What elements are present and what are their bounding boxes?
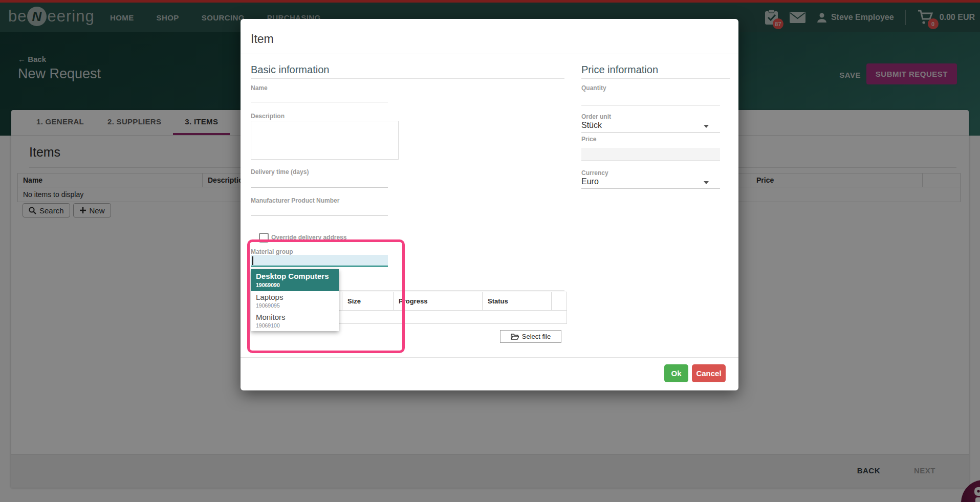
option-name: Desktop Computers <box>256 272 334 280</box>
text-caret <box>252 256 253 265</box>
currency-underline <box>581 188 720 189</box>
dropdown-option-monitors[interactable]: Monitors 19069100 <box>251 311 339 331</box>
override-delivery-label: Override delivery address <box>271 234 346 241</box>
select-file-button[interactable]: Select file <box>500 330 561 343</box>
currency-select[interactable]: Euro <box>581 177 599 186</box>
price-info-heading: Price information <box>581 64 658 76</box>
attach-col-size: Size <box>342 292 394 310</box>
option-name: Monitors <box>256 313 334 321</box>
currency-label: Currency <box>581 169 608 177</box>
basic-info-divider <box>251 78 564 79</box>
order-unit-caret-icon <box>704 125 709 128</box>
description-textarea[interactable] <box>251 121 399 160</box>
material-group-dropdown: Desktop Computers 19069090 Laptops 19069… <box>251 269 339 331</box>
attach-col-extra <box>552 292 567 310</box>
quantity-label: Quantity <box>581 84 606 92</box>
mpn-label: Manufacturer Product Number <box>251 197 339 204</box>
mpn-input[interactable] <box>251 215 388 216</box>
folder-open-icon <box>511 333 519 340</box>
price-info-divider <box>581 78 730 79</box>
order-unit-label: Order unit <box>581 113 611 120</box>
override-delivery-checkbox[interactable] <box>259 233 269 243</box>
basic-info-heading: Basic information <box>251 64 329 76</box>
cancel-button[interactable]: Cancel <box>692 364 726 382</box>
select-file-label: Select file <box>522 333 551 340</box>
name-input[interactable] <box>251 102 388 102</box>
currency-caret-icon <box>704 181 709 184</box>
quantity-input[interactable] <box>581 105 720 105</box>
description-label: Description <box>251 113 285 120</box>
order-unit-select[interactable]: Stück <box>581 121 602 130</box>
price-label: Price <box>581 136 596 143</box>
item-modal: Item Basic information Name Description … <box>241 19 738 390</box>
material-group-input[interactable] <box>251 255 388 267</box>
option-code: 19069100 <box>256 322 334 329</box>
option-name: Laptops <box>256 293 334 301</box>
dropdown-option-desktop-computers[interactable]: Desktop Computers 19069090 <box>251 269 339 291</box>
attach-col-progress: Progress <box>394 292 483 310</box>
attach-col-status: Status <box>483 292 552 310</box>
material-group-label: Material group <box>251 248 293 255</box>
modal-title: Item <box>251 32 274 46</box>
option-code: 19069095 <box>256 302 334 309</box>
modal-title-divider <box>241 54 738 54</box>
delivery-time-label: Delivery time (days) <box>251 168 309 176</box>
dropdown-option-laptops[interactable]: Laptops 19069095 <box>251 291 339 311</box>
page: be N eering HOME SHOP SOURCING PURCHASIN… <box>0 0 980 502</box>
order-unit-underline <box>581 132 720 133</box>
option-code: 19069090 <box>256 282 334 288</box>
modal-footer-divider <box>241 357 738 358</box>
name-label: Name <box>251 84 268 92</box>
delivery-time-input[interactable] <box>251 187 388 188</box>
ok-button[interactable]: Ok <box>664 364 688 382</box>
price-input[interactable] <box>581 148 720 161</box>
